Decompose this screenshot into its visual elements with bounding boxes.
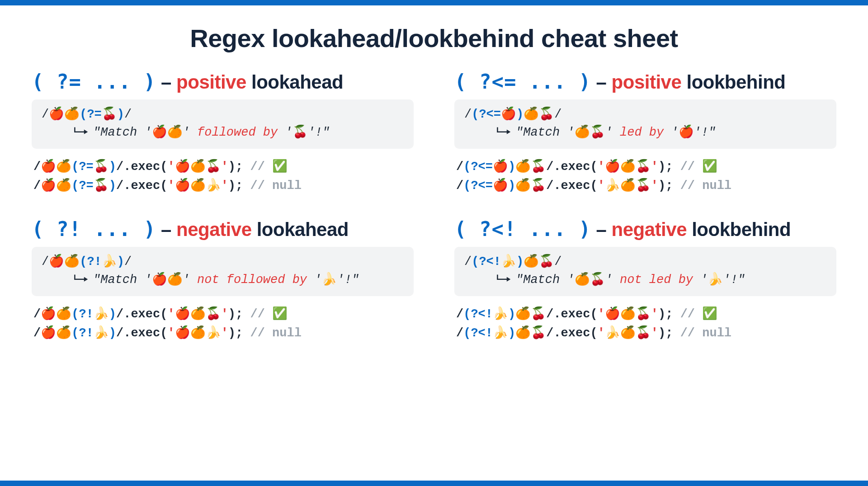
syntax-label: ( ?= ... ) — [32, 70, 156, 93]
t: '!" — [308, 126, 330, 139]
ex-mid: /.exec( — [116, 326, 167, 340]
explain-box: /(?<=🍎)🍊🍒/"Match '🍊🍒' led by '🍎'!" — [454, 99, 836, 149]
emphasis: led by — [620, 126, 664, 139]
kind-label: negative — [176, 219, 251, 240]
ex-mid: /.exec( — [116, 160, 167, 174]
ex-post: ); — [658, 179, 680, 193]
what-label: lookbehind — [681, 71, 785, 93]
pattern-group: (?=🍒) — [80, 108, 124, 121]
explain-box: /🍎🍊(?!🍌)/"Match '🍎🍊' not followed by '🍌'… — [32, 247, 414, 296]
border-bottom — [0, 481, 868, 486]
t: ' — [183, 273, 197, 287]
page-title: Regex lookahead/lookbehind cheat sheet — [32, 24, 836, 53]
section-heading: ( ?<! ... ) – negative lookbehind — [454, 217, 836, 241]
ex-post: ); — [658, 160, 680, 174]
ex-str: '🍎🍊🍒' — [598, 160, 658, 174]
ex-comment: // ✅ — [250, 160, 288, 174]
ex-str: '🍎🍊🍒' — [167, 307, 228, 321]
pattern-pre: / — [464, 108, 472, 121]
ex-comment: // ✅ — [680, 160, 718, 174]
dash: – — [591, 219, 611, 240]
t: 🍌 — [321, 273, 337, 287]
ex-str: '🍎🍊🍌' — [167, 326, 228, 340]
pattern-line: /🍎🍊(?!🍌)/ — [42, 253, 404, 271]
dash: – — [156, 71, 176, 93]
example-line: /(?<!🍌)🍊🍒/.exec('🍎🍊🍒'); // ✅ — [456, 305, 836, 324]
ex-post: ); — [658, 326, 680, 340]
t: ' — [605, 273, 620, 287]
grid: ( ?= ... ) – positive lookahead/🍎🍊(?=🍒)/… — [32, 70, 836, 343]
ex-pre: / — [456, 179, 463, 193]
pattern-group: (?<!🍌) — [472, 255, 524, 269]
section-heading: ( ?= ... ) – positive lookahead — [32, 70, 414, 93]
t: "Match ' — [516, 126, 575, 139]
syntax-label: ( ?! ... ) — [32, 217, 156, 241]
ex-grp: (?=🍒) — [71, 160, 116, 174]
t: 🍌 — [708, 273, 723, 287]
explain-line: "Match '🍎🍊' followed by '🍒'!" — [42, 123, 404, 142]
t: '!" — [723, 273, 745, 287]
explain-box: /(?<!🍌)🍊🍒/"Match '🍊🍒' not led by '🍌'!" — [454, 247, 836, 296]
t: "Match ' — [93, 273, 152, 287]
ex-str: '🍌🍊🍒' — [598, 326, 658, 340]
emphasis: not followed by — [197, 273, 307, 287]
ex-grp: (?!🍌) — [71, 326, 116, 340]
t: ' — [664, 126, 678, 139]
pattern-pre: /🍎🍊 — [42, 255, 80, 269]
pattern-group: (?!🍌) — [80, 255, 124, 269]
ex-grp: (?<!🍌) — [463, 307, 515, 321]
kind-label: negative — [612, 219, 687, 240]
ex-mid: 🍊🍒/.exec( — [515, 326, 597, 340]
ex-str: '🍎🍊🍒' — [167, 160, 228, 174]
section: ( ?! ... ) – negative lookahead/🍎🍊(?!🍌)/… — [32, 217, 414, 343]
section: ( ?= ... ) – positive lookahead/🍎🍊(?=🍒)/… — [32, 70, 414, 196]
ex-pre: /🍎🍊 — [33, 307, 71, 321]
what-label: lookbehind — [687, 219, 791, 240]
t: "Match ' — [516, 273, 575, 287]
examples: /🍎🍊(?!🍌)/.exec('🍎🍊🍒'); // ✅/🍎🍊(?!🍌)/.exe… — [32, 305, 414, 343]
emphasis: followed by — [197, 126, 278, 139]
what-label: lookahead — [252, 219, 349, 240]
t: '!" — [337, 273, 359, 287]
example-line: /🍎🍊(?!🍌)/.exec('🍎🍊🍌'); // null — [33, 324, 414, 343]
ex-grp: (?<=🍎) — [463, 179, 515, 193]
ex-str: '🍎🍊🍒' — [598, 307, 658, 321]
kind-label: positive — [176, 71, 246, 93]
ex-comment: // null — [250, 179, 301, 193]
ex-pre: /🍎🍊 — [33, 326, 71, 340]
example-line: /🍎🍊(?!🍌)/.exec('🍎🍊🍒'); // ✅ — [33, 305, 414, 324]
ex-mid: /.exec( — [116, 307, 167, 321]
t: 🍊🍒 — [575, 273, 605, 287]
ex-mid: 🍊🍒/.exec( — [515, 179, 597, 193]
syntax-label: ( ?<! ... ) — [454, 217, 591, 241]
ex-mid: /.exec( — [116, 179, 167, 193]
arrow-icon — [496, 271, 511, 288]
t: ' — [307, 273, 321, 287]
arrow-icon — [496, 123, 511, 141]
t: 🍎 — [679, 126, 694, 139]
ex-mid: 🍊🍒/.exec( — [515, 307, 597, 321]
what-label: lookahead — [246, 71, 343, 93]
dash: – — [591, 71, 611, 93]
section: ( ?<= ... ) – positive lookbehind/(?<=🍎)… — [454, 70, 836, 196]
pattern-post: 🍊🍒/ — [524, 255, 561, 269]
ex-str: '🍌🍊🍒' — [598, 179, 658, 193]
ex-grp: (?=🍒) — [71, 179, 116, 193]
page: Regex lookahead/lookbehind cheat sheet (… — [0, 5, 868, 481]
pattern-line: /🍎🍊(?=🍒)/ — [42, 106, 404, 123]
ex-comment: // null — [680, 179, 731, 193]
t: 🍊🍒 — [575, 126, 605, 139]
pattern-post: / — [124, 255, 132, 269]
example-line: /🍎🍊(?=🍒)/.exec('🍎🍊🍌'); // null — [33, 177, 414, 196]
ex-comment: // null — [250, 326, 301, 340]
pattern-post: 🍊🍒/ — [524, 108, 561, 121]
dash: – — [156, 219, 176, 240]
ex-grp: (?<=🍎) — [463, 160, 515, 174]
examples: /(?<=🍎)🍊🍒/.exec('🍎🍊🍒'); // ✅/(?<=🍎)🍊🍒/.e… — [454, 158, 836, 196]
t: 🍒 — [292, 126, 308, 139]
section-heading: ( ?<= ... ) – positive lookbehind — [454, 70, 836, 93]
t: "Match ' — [93, 126, 152, 139]
arrow-icon — [73, 271, 89, 288]
explain-line: "Match '🍎🍊' not followed by '🍌'!" — [42, 271, 404, 289]
ex-grp: (?!🍌) — [71, 307, 116, 321]
